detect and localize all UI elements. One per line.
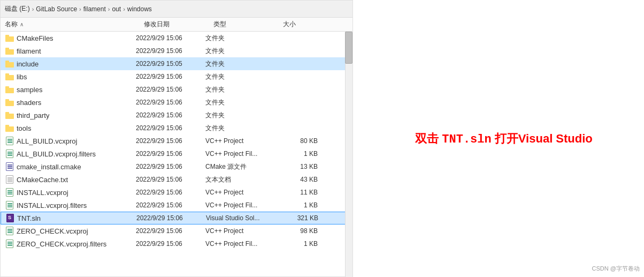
- breadcrumb[interactable]: 磁盘 (E:) › GitLab Source › filament › out…: [1, 1, 352, 18]
- file-type: CMake 源文件: [205, 162, 275, 171]
- vcxproj-icon: [5, 239, 14, 248]
- file-size: 321 KB: [275, 214, 318, 222]
- file-date: 2022/9/29 15:06: [136, 201, 205, 209]
- file-name: CMakeFiles: [5, 34, 136, 42]
- breadcrumb-filament[interactable]: filament: [83, 5, 106, 13]
- breadcrumb-sep-4: ›: [123, 6, 125, 12]
- csdn-watermark: CSDN @字节卷动: [592, 265, 640, 273]
- vcxproj-icon: [5, 227, 14, 235]
- file-date: 2022/9/29 15:06: [136, 86, 205, 93]
- file-type: VC++ Project Fil...: [205, 201, 275, 209]
- file-list: CMakeFiles 2022/9/29 15:06 文件夹 filament …: [1, 32, 352, 277]
- annotation-area: 双击 TNT.sln 打开Visual Studio: [364, 0, 644, 277]
- file-name: cmake_install.cmake: [5, 162, 136, 171]
- list-item[interactable]: CMakeCache.txt 2022/9/29 15:06 文本文档 43 K…: [1, 173, 352, 186]
- breadcrumb-disk[interactable]: 磁盘 (E:): [5, 4, 30, 13]
- breadcrumb-sep-1: ›: [32, 6, 34, 12]
- file-type: 文件夹: [205, 111, 275, 120]
- file-date: 2022/9/29 15:05: [136, 60, 205, 68]
- list-item[interactable]: ZERO_CHECK.vcxproj 2022/9/29 15:06 VC++ …: [1, 224, 352, 237]
- file-date: 2022/9/29 15:06: [136, 99, 205, 106]
- annotation-suffix: 打开Visual Studio: [492, 132, 593, 145]
- list-item[interactable]: INSTALL.vcxproj.filters 2022/9/29 15:06 …: [1, 199, 352, 212]
- file-type: 文件夹: [205, 59, 275, 69]
- annotation-text: 双击 TNT.sln 打开Visual Studio: [415, 131, 593, 147]
- list-item[interactable]: cmake_install.cmake 2022/9/29 15:06 CMak…: [1, 160, 352, 173]
- breadcrumb-gitlab[interactable]: GitLab Source: [36, 5, 77, 13]
- list-item[interactable]: shaders 2022/9/29 15:06 文件夹: [1, 96, 352, 109]
- file-type: 文件夹: [205, 85, 275, 94]
- vertical-scrollbar[interactable]: [345, 32, 352, 277]
- list-item[interactable]: tools 2022/9/29 15:06 文件夹: [1, 122, 352, 134]
- file-size: 1 KB: [275, 240, 318, 248]
- vcxproj-icon: [5, 201, 14, 209]
- annotation-prefix: 双击: [415, 132, 442, 145]
- file-type: VC++ Project: [205, 227, 275, 235]
- file-type: 文件夹: [205, 124, 275, 133]
- list-item[interactable]: CMakeFiles 2022/9/29 15:06 文件夹: [1, 32, 352, 44]
- file-type: 文件夹: [205, 72, 275, 81]
- breadcrumb-sep-3: ›: [108, 6, 110, 12]
- vcxproj-icon: [5, 137, 14, 145]
- sln-icon: [5, 214, 15, 222]
- file-date: 2022/9/29 15:06: [136, 214, 206, 222]
- file-date: 2022/9/29 15:06: [136, 150, 205, 158]
- list-item[interactable]: ALL_BUILD.vcxproj.filters 2022/9/29 15:0…: [1, 147, 352, 160]
- list-item[interactable]: ALL_BUILD.vcxproj 2022/9/29 15:06 VC++ P…: [1, 134, 352, 147]
- folder-icon: [5, 34, 14, 42]
- file-type: VC++ Project Fil...: [205, 240, 275, 248]
- breadcrumb-sep-2: ›: [79, 6, 81, 12]
- cmake-icon: [5, 162, 14, 171]
- file-size: 1 KB: [275, 201, 318, 209]
- file-date: 2022/9/29 15:06: [136, 124, 205, 132]
- file-type: VC++ Project: [205, 189, 275, 196]
- file-name: shaders: [5, 98, 136, 107]
- list-item[interactable]: include 2022/9/29 15:05 文件夹: [1, 57, 352, 70]
- col-header-name[interactable]: 名称 ∧: [5, 20, 144, 29]
- list-item[interactable]: ZERO_CHECK.vcxproj.filters 2022/9/29 15:…: [1, 237, 352, 250]
- sort-arrow-icon: ∧: [20, 21, 24, 27]
- folder-icon: [5, 85, 14, 94]
- col-header-date[interactable]: 修改日期: [144, 20, 213, 29]
- file-name: ZERO_CHECK.vcxproj: [5, 227, 136, 235]
- scrollbar-thumb[interactable]: [345, 32, 352, 64]
- file-type: 文件夹: [205, 34, 275, 43]
- file-date: 2022/9/29 15:06: [136, 189, 205, 196]
- folder-icon: [5, 47, 14, 55]
- folder-icon: [5, 59, 14, 68]
- file-name: tools: [5, 124, 136, 132]
- file-date: 2022/9/29 15:06: [136, 73, 205, 80]
- list-item[interactable]: filament 2022/9/29 15:06 文件夹: [1, 44, 352, 57]
- file-type: 文本文档: [205, 175, 275, 184]
- file-name: libs: [5, 72, 136, 81]
- file-name: ALL_BUILD.vcxproj.filters: [5, 149, 136, 158]
- file-explorer: 磁盘 (E:) › GitLab Source › filament › out…: [0, 0, 353, 277]
- file-type: VC++ Project: [205, 137, 275, 145]
- file-name: filament: [5, 47, 136, 55]
- file-date: 2022/9/29 15:06: [136, 34, 205, 42]
- list-item[interactable]: samples 2022/9/29 15:06 文件夹: [1, 83, 352, 96]
- list-item[interactable]: TNT.sln 2022/9/29 15:06 Visual Studio So…: [1, 212, 352, 224]
- col-header-type[interactable]: 类型: [213, 20, 283, 29]
- file-size: 11 KB: [275, 189, 318, 196]
- vcxproj-icon: [5, 188, 14, 197]
- breadcrumb-windows: windows: [127, 5, 152, 13]
- file-size: 13 KB: [275, 163, 318, 170]
- file-name: CMakeCache.txt: [5, 175, 136, 184]
- folder-icon: [5, 111, 14, 119]
- list-item[interactable]: INSTALL.vcxproj 2022/9/29 15:06 VC++ Pro…: [1, 186, 352, 199]
- breadcrumb-out[interactable]: out: [112, 5, 121, 13]
- txt-icon: [5, 175, 14, 184]
- file-name: ALL_BUILD.vcxproj: [5, 137, 136, 145]
- file-name: third_party: [5, 111, 136, 119]
- file-date: 2022/9/29 15:06: [136, 240, 205, 248]
- list-item[interactable]: libs 2022/9/29 15:06 文件夹: [1, 70, 352, 83]
- list-item[interactable]: third_party 2022/9/29 15:06 文件夹: [1, 109, 352, 122]
- file-size: 1 KB: [275, 150, 318, 158]
- file-name: samples: [5, 85, 136, 94]
- annotation-mono: TNT.sln: [442, 133, 491, 146]
- file-date: 2022/9/29 15:06: [136, 163, 205, 170]
- col-header-size[interactable]: 大小: [283, 20, 326, 29]
- file-size: 98 KB: [275, 227, 318, 235]
- folder-icon: [5, 98, 14, 107]
